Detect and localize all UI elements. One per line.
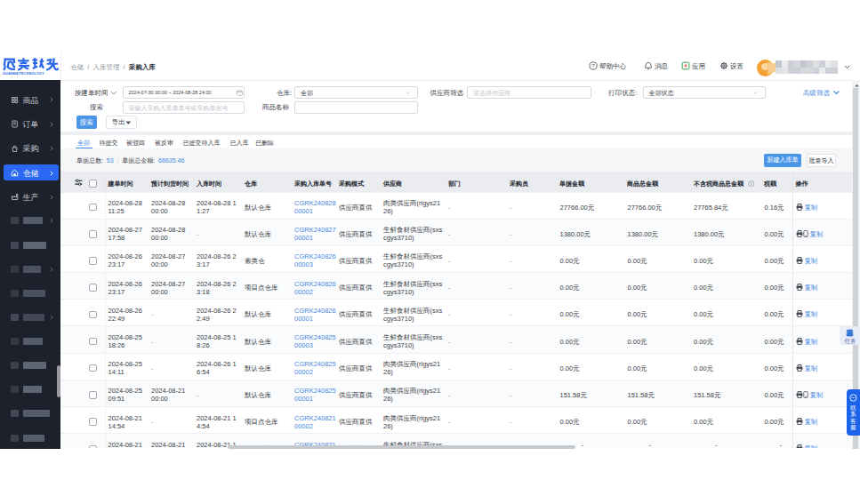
- svg-text:?: ?: [591, 62, 595, 68]
